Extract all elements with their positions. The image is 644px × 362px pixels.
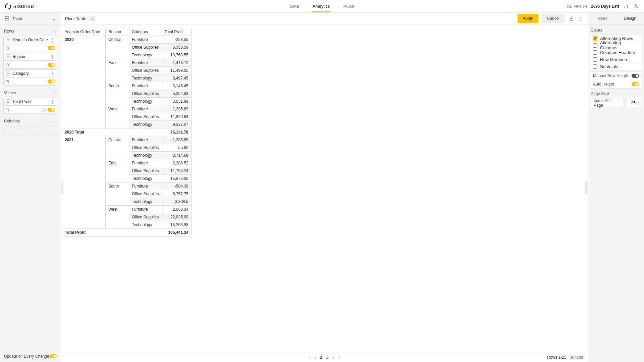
cell-category: Office Supplies bbox=[129, 90, 162, 98]
cell-value: 18,263.98 bbox=[162, 221, 191, 229]
left-collapse-handle[interactable]: ‹ bbox=[61, 181, 63, 194]
grand-total-label: Total Profit bbox=[62, 229, 162, 237]
row-field-years[interactable]: YYears in Order Date⋮ bbox=[3, 36, 57, 44]
add-column-button[interactable]: + bbox=[54, 118, 57, 124]
add-value-button[interactable]: + bbox=[54, 90, 57, 96]
value-field-profit[interactable]: ΣTotal Profit⋮ bbox=[3, 98, 57, 106]
subtotal-value: 76,131.78 bbox=[162, 128, 191, 136]
cell-category: Technology bbox=[129, 152, 162, 159]
cell-category: Technology bbox=[129, 98, 162, 105]
cell-category: Furniture bbox=[129, 136, 162, 144]
pager-last-icon[interactable]: » bbox=[337, 355, 341, 360]
field-toggle[interactable] bbox=[48, 63, 55, 67]
download-icon[interactable] bbox=[568, 15, 574, 21]
widget-type-selector[interactable]: Pivot ⌄ bbox=[0, 13, 61, 24]
check-columns-headers[interactable]: Columns Headers bbox=[591, 49, 641, 56]
header-region[interactable]: Region bbox=[106, 28, 129, 36]
sisense-logo-icon bbox=[5, 3, 11, 10]
pager-page-1[interactable]: 1 bbox=[319, 355, 323, 360]
cancel-button[interactable]: Cancel bbox=[542, 14, 565, 23]
pager: « ‹ 1 2 › » Rows 1-25 36 total bbox=[61, 352, 588, 362]
columns-dropzone[interactable] bbox=[3, 126, 57, 136]
trash-icon[interactable] bbox=[6, 63, 10, 67]
widget-title: Pivot Table bbox=[65, 16, 86, 21]
nav-pulse[interactable]: Pulse bbox=[336, 0, 361, 12]
cell-category: Office Supplies bbox=[129, 144, 162, 152]
tab-design[interactable]: Design bbox=[616, 13, 644, 24]
check-alternating-columns[interactable]: Alternating Columns bbox=[591, 42, 641, 49]
header-year[interactable]: Years in Order Date bbox=[62, 28, 106, 36]
trash-icon[interactable] bbox=[6, 46, 10, 50]
row-field-category[interactable]: ACategory⋮ bbox=[3, 69, 57, 77]
cell-category: Technology bbox=[129, 51, 162, 59]
trash-icon[interactable] bbox=[6, 80, 10, 84]
cell-value: 3,368.5 bbox=[162, 198, 191, 206]
grand-total-value: 165,441.34 bbox=[162, 229, 191, 237]
cell-value: -584.39 bbox=[162, 183, 191, 190]
cell-region: South bbox=[106, 82, 129, 105]
field-toggle[interactable] bbox=[48, 46, 55, 50]
cell-value: 15,976.06 bbox=[162, 175, 191, 183]
field-menu-icon[interactable]: ⋮ bbox=[50, 71, 55, 76]
cell-value: -253.55 bbox=[162, 36, 191, 44]
trial-label: Trial Version bbox=[565, 4, 587, 9]
pager-page-2[interactable]: 2 bbox=[325, 355, 330, 360]
pager-first-icon[interactable]: « bbox=[308, 355, 312, 360]
cell-value: 2,286.52 bbox=[162, 159, 191, 167]
row-field-region[interactable]: ARegion⋮ bbox=[3, 53, 57, 61]
bell-icon[interactable] bbox=[623, 3, 629, 9]
items-per-page-input[interactable]: 25▲▼ bbox=[625, 99, 641, 107]
more-icon[interactable]: ⋮ bbox=[578, 15, 584, 21]
cell-value: 55.62 bbox=[162, 144, 191, 152]
nav-analytics[interactable]: Analytics bbox=[306, 0, 336, 12]
cell-value: 11,820.64 bbox=[162, 113, 191, 121]
update-toggle[interactable] bbox=[49, 354, 57, 358]
cell-category: Office Supplies bbox=[129, 67, 162, 74]
value-toggle-b[interactable] bbox=[48, 108, 55, 112]
pager-prev-icon[interactable]: ‹ bbox=[314, 355, 317, 360]
cell-value: 8,714.68 bbox=[162, 152, 191, 159]
rows-title: Rows bbox=[4, 29, 14, 34]
manual-row-toggle[interactable] bbox=[632, 74, 639, 78]
check-row-members[interactable]: Row Members bbox=[591, 56, 641, 63]
grand-total-row: Total Profit165,441.34 bbox=[62, 229, 192, 237]
values-title: Values bbox=[4, 91, 16, 95]
apply-button[interactable]: Apply bbox=[518, 14, 538, 23]
field-menu-icon[interactable]: ⋮ bbox=[50, 54, 55, 59]
cell-year: 2020 bbox=[62, 36, 106, 128]
cell-value: 2,688.34 bbox=[162, 206, 191, 213]
field-toggle[interactable] bbox=[48, 80, 55, 84]
cell-value: 6,358.59 bbox=[162, 44, 191, 51]
check-subtotals[interactable]: Subtotals bbox=[591, 63, 641, 70]
header-total-profit[interactable]: Total Profit bbox=[162, 28, 191, 36]
add-row-button[interactable]: + bbox=[54, 29, 57, 34]
value-toggle-a[interactable] bbox=[40, 108, 47, 112]
cell-value: 8,497.45 bbox=[162, 74, 191, 82]
cell-region: East bbox=[106, 59, 129, 82]
cell-value: 9,537.07 bbox=[162, 121, 191, 128]
stepper-icon[interactable]: ▲▼ bbox=[638, 101, 640, 105]
cell-region: West bbox=[106, 105, 129, 128]
top-nav: Data Analytics Pulse bbox=[283, 0, 361, 12]
subtotal-row: 2020 Total76,131.78 bbox=[62, 128, 192, 136]
cell-value: 3,631.89 bbox=[162, 98, 191, 105]
cell-region: Central bbox=[106, 136, 129, 159]
cell-category: Furniture bbox=[129, 105, 162, 113]
table-row: 2021CentralFurniture-1,285.89 bbox=[62, 136, 192, 144]
nav-data[interactable]: Data bbox=[283, 0, 306, 12]
field-menu-icon[interactable]: ⋮ bbox=[50, 99, 55, 104]
user-icon[interactable] bbox=[633, 3, 639, 9]
cell-category: Furniture bbox=[129, 82, 162, 90]
pager-next-icon[interactable]: › bbox=[332, 355, 335, 360]
tab-filters[interactable]: Filters bbox=[588, 13, 616, 24]
top-bar: sisense Data Analytics Pulse Trial Versi… bbox=[0, 0, 644, 13]
right-collapse-handle[interactable]: › bbox=[585, 181, 588, 194]
field-menu-icon[interactable]: ⋮ bbox=[50, 37, 55, 43]
info-icon[interactable]: i bbox=[90, 16, 95, 21]
header-category[interactable]: Category bbox=[129, 28, 162, 36]
items-per-page-label: Items Per Page bbox=[591, 99, 624, 107]
trash-icon[interactable] bbox=[6, 108, 10, 112]
auto-height-toggle[interactable] bbox=[632, 82, 639, 86]
cell-category: Office Supplies bbox=[129, 190, 162, 198]
cell-value: 1,413.12 bbox=[162, 59, 191, 67]
